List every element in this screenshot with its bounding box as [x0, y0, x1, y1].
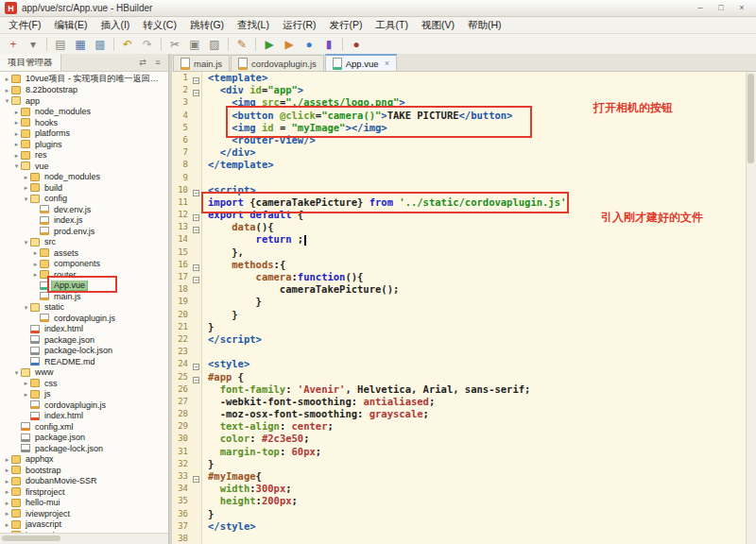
format-button[interactable]: ✎	[232, 36, 251, 53]
fold-toggle-icon[interactable]: −	[193, 377, 199, 383]
new-file-dropdown[interactable]: ▾	[24, 36, 43, 53]
tree-item[interactable]: ▸bootstrap	[0, 465, 168, 476]
tree-item[interactable]: ▸router	[0, 269, 168, 280]
debug-run-button[interactable]: ▶	[280, 36, 299, 53]
tree-item[interactable]: package.json	[0, 433, 168, 444]
code-line[interactable]: 8</template>	[172, 159, 756, 171]
tab-main.js[interactable]: main.js	[173, 55, 230, 71]
tree-item[interactable]: package-lock.json	[0, 346, 168, 357]
menu-item[interactable]: 运行(R)	[276, 19, 323, 32]
chevron-right-icon[interactable]: ▸	[12, 140, 21, 148]
code-line[interactable]: 9	[172, 172, 756, 184]
redo-button[interactable]: ↷	[138, 36, 157, 53]
chevron-right-icon[interactable]: ▸	[3, 477, 11, 485]
code-line[interactable]: 1−<template>	[172, 72, 756, 84]
save-all-button[interactable]: ▩	[91, 36, 110, 53]
code-line[interactable]: 22</script>	[172, 333, 756, 346]
code-line[interactable]: 5 <img id = "myImage"></img>	[172, 122, 756, 134]
chevron-right-icon[interactable]: ▸	[31, 270, 40, 279]
tree-item[interactable]: ▸8.22bootstrap	[0, 85, 168, 96]
tree-item[interactable]: ▸assets	[0, 247, 168, 259]
tab-App.vue[interactable]: App.vue×	[325, 54, 397, 71]
tree-item[interactable]: ▸apphqx	[0, 454, 168, 466]
tree-item[interactable]: cordovaplugin.js	[0, 313, 168, 324]
menu-item[interactable]: 插入(I)	[94, 19, 136, 32]
chevron-right-icon[interactable]: ▸	[3, 455, 11, 464]
tree-item[interactable]: ▸node_modules	[0, 172, 168, 183]
new-file-button[interactable]: +	[4, 36, 23, 53]
tree-item[interactable]: package-lock.json	[0, 443, 168, 454]
code-line[interactable]: 16− methods:{	[172, 259, 756, 271]
tree-item[interactable]: main.js	[0, 291, 168, 302]
code-line[interactable]: 15 },	[172, 246, 756, 259]
chevron-right-icon[interactable]: ▸	[3, 499, 11, 507]
chevron-down-icon[interactable]: ▾	[22, 238, 30, 246]
paste-button[interactable]: ▨	[205, 36, 224, 53]
code-line[interactable]: 27 -webkit-font-smoothing: antialiased;	[172, 396, 756, 408]
chevron-down-icon[interactable]: ▾	[3, 96, 11, 105]
tab-project-manager[interactable]: 项目管理器	[0, 54, 61, 71]
code-line[interactable]: 38	[172, 533, 756, 544]
code-line[interactable]: 31 margin-top: 60px;	[172, 446, 756, 458]
code-line[interactable]: 26 font-family: 'Avenir', Helvetica, Ari…	[172, 383, 756, 396]
collapse-all-icon[interactable]: ≡	[152, 58, 163, 67]
code-line[interactable]: 35 height:200px;	[172, 495, 756, 507]
tree-item[interactable]: config.xml	[0, 421, 168, 433]
code-line[interactable]: 19 }	[172, 296, 756, 308]
menu-item[interactable]: 转义(C)	[136, 19, 183, 32]
chevron-right-icon[interactable]: ▸	[3, 466, 11, 474]
chevron-right-icon[interactable]: ▸	[22, 173, 30, 181]
tree-item[interactable]: App.vue	[0, 280, 168, 292]
tree-item[interactable]: ▸platforms	[0, 128, 168, 140]
code-line[interactable]: 21}	[172, 321, 756, 333]
tree-item[interactable]: prod.env.js	[0, 226, 168, 237]
code-line[interactable]: 24−<style>	[172, 358, 756, 370]
fold-toggle-icon[interactable]: −	[193, 277, 199, 283]
cut-button[interactable]: ✂	[165, 36, 184, 53]
tree-item[interactable]: index.html	[0, 324, 168, 335]
chevron-down-icon[interactable]: ▾	[12, 162, 21, 170]
tree-item[interactable]: ▸plugins	[0, 139, 168, 150]
run-button[interactable]: ▶	[260, 36, 279, 53]
web-preview-button[interactable]: ●	[300, 36, 318, 53]
tree-item[interactable]: ▸css	[0, 378, 168, 389]
chevron-right-icon[interactable]: ▸	[31, 248, 40, 257]
tree-item[interactable]: index.js	[0, 215, 168, 227]
menu-item[interactable]: 跳转(G)	[183, 19, 231, 32]
code-line[interactable]: 2− <div id="app">	[172, 84, 756, 96]
code-line[interactable]: 18 cameraTakePicture();	[172, 283, 756, 296]
sidebar-horizontal-scrollbar[interactable]	[0, 533, 168, 544]
fold-toggle-icon[interactable]: −	[193, 364, 199, 370]
scrollbar-thumb[interactable]	[747, 74, 754, 163]
tree-item[interactable]: ▸res	[0, 150, 168, 162]
code-line[interactable]: 10−<script>	[172, 184, 756, 196]
code-line[interactable]: 20 }	[172, 309, 756, 321]
code-line[interactable]: 33−#myImage{	[172, 470, 756, 483]
tree-item[interactable]: ▸hello-mui	[0, 498, 168, 509]
chevron-down-icon[interactable]: ▾	[22, 303, 30, 312]
chevron-right-icon[interactable]: ▸	[22, 390, 30, 399]
tree-item[interactable]: cordovaplugin.js	[0, 400, 168, 411]
code-line[interactable]: 29 text-align: center;	[172, 420, 756, 433]
tree-item[interactable]: ▸build	[0, 182, 168, 194]
close-button[interactable]: ×	[732, 2, 751, 15]
tree-item[interactable]: ▸iviewproject	[0, 508, 168, 519]
code-line[interactable]: 30 color: #2c3e50;	[172, 433, 756, 445]
code-line[interactable]: 6 <router-view/>	[172, 134, 756, 146]
chevron-right-icon[interactable]: ▸	[31, 260, 40, 268]
tree-item[interactable]: ▸firstproject	[0, 486, 168, 498]
fold-toggle-icon[interactable]: −	[193, 90, 199, 96]
tree-item[interactable]: ▸js	[0, 389, 168, 400]
tree-item[interactable]: ▾src	[0, 237, 168, 248]
menu-item[interactable]: 发行(P)	[323, 19, 369, 32]
chevron-right-icon[interactable]: ▸	[22, 183, 30, 192]
chevron-right-icon[interactable]: ▸	[12, 108, 21, 116]
open-file-button[interactable]: ▤	[51, 36, 70, 53]
code-line[interactable]: 17− camera:function(){	[172, 271, 756, 283]
code-line[interactable]: 7 </div>	[172, 146, 756, 159]
fold-toggle-icon[interactable]: −	[193, 214, 199, 221]
code-line[interactable]: 11import {cameraTakePicture} from '../st…	[172, 196, 756, 209]
mobile-preview-button[interactable]: ▮	[319, 36, 338, 53]
tree-item[interactable]: ▸10vue项目 - 实现项目的唯一返回按钮	[0, 74, 168, 85]
scrollbar-thumb[interactable]	[2, 536, 60, 541]
